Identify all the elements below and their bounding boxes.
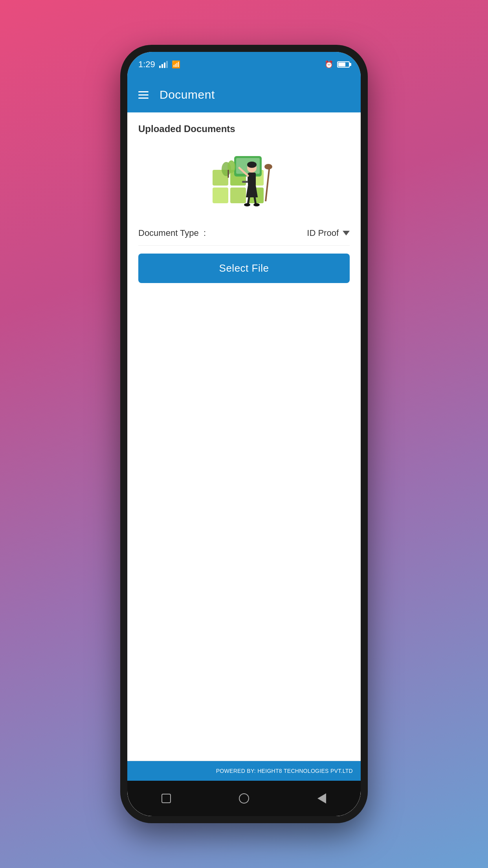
battery-icon [337,61,350,68]
svg-rect-3 [230,188,246,203]
svg-line-10 [266,166,270,201]
document-type-dropdown[interactable]: ID Proof [307,228,350,238]
home-button[interactable] [234,789,254,808]
android-nav-bar [127,781,361,816]
recent-apps-icon [161,794,171,803]
documents-illustration [205,146,283,209]
phone-device: 1:29 📶 ⏰ Document [120,45,368,823]
footer-text: POWERED BY: HEIGHT8 TECHNOLOGIES PVT.LTD [216,768,353,774]
document-type-row: Document Type : ID Proof [138,221,350,246]
chevron-down-icon [343,231,350,235]
svg-marker-15 [246,186,258,197]
svg-point-19 [244,203,250,206]
page-title: Document [160,88,215,101]
svg-rect-14 [248,173,256,186]
status-left: 1:29 📶 [138,59,180,70]
back-icon [317,793,326,804]
section-title: Uploaded Documents [138,123,350,134]
footer-bar: POWERED BY: HEIGHT8 TECHNOLOGIES PVT.LTD [127,761,361,781]
svg-rect-1 [213,188,228,203]
svg-point-11 [264,164,272,169]
content-area: Uploaded Documents [127,112,361,761]
empty-content-area [138,283,350,761]
hamburger-menu-icon[interactable] [138,91,149,99]
document-type-value: ID Proof [307,228,339,238]
time-display: 1:29 [138,59,155,70]
svg-point-20 [253,203,260,206]
signal-icon [159,61,168,68]
alarm-icon: ⏰ [325,60,333,69]
wifi-icon: 📶 [172,60,180,69]
status-right: ⏰ [325,60,350,69]
illustration-area [138,142,350,221]
home-icon [239,793,249,804]
svg-point-13 [247,162,257,168]
recent-apps-button[interactable] [156,789,176,808]
document-type-label: Document Type : [138,228,206,238]
phone-screen: 1:29 📶 ⏰ Document [127,52,361,816]
select-file-button[interactable]: Select File [138,254,350,283]
main-content: Uploaded Documents [127,112,361,816]
status-bar: 1:29 📶 ⏰ [127,52,361,77]
back-button[interactable] [312,789,332,808]
top-nav: Document [127,77,361,112]
